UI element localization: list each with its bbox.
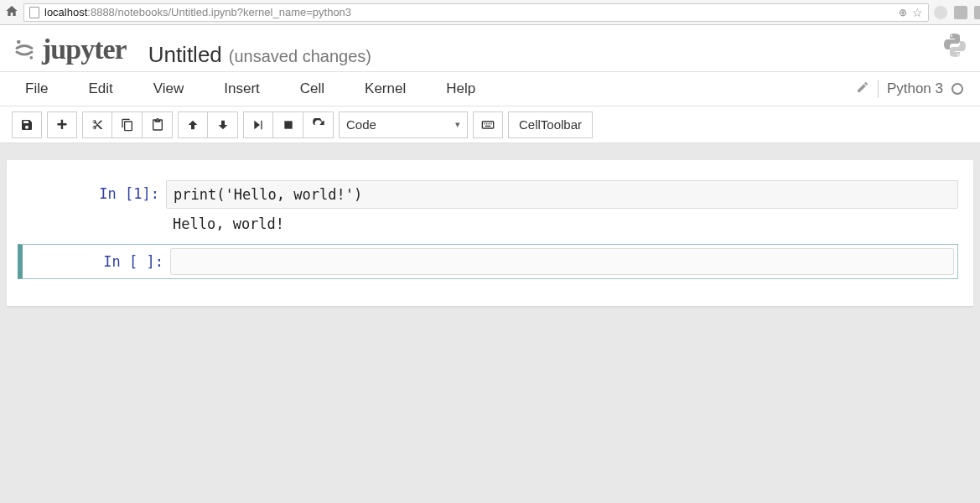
input-prompt: In [ ]:: [26, 248, 170, 275]
output-prompt: [22, 212, 166, 236]
notebook-header: jupyter Untitled (unsaved changes): [0, 25, 980, 71]
bookmark-star-icon[interactable]: ☆: [912, 6, 923, 19]
paste-button[interactable]: [143, 111, 173, 138]
browser-bar: localhost:8888/notebooks/Untitled.ipynb?…: [0, 0, 980, 25]
interrupt-button[interactable]: [273, 111, 303, 138]
edit-mode-icon[interactable]: [856, 80, 869, 97]
celltype-value: Code: [346, 117, 376, 132]
code-cell[interactable]: In [1]: print('Hello, world!'): [22, 180, 958, 209]
move-down-button[interactable]: [208, 111, 238, 138]
cut-button[interactable]: [82, 111, 112, 138]
ext-icon-3[interactable]: [974, 6, 980, 19]
menu-kernel[interactable]: Kernel: [356, 77, 414, 101]
svg-rect-8: [485, 125, 491, 126]
browser-extensions: ⋮: [934, 4, 980, 20]
cell-output: Hello, world!: [166, 212, 958, 236]
ext-icon-1[interactable]: [934, 6, 947, 19]
notebook-title[interactable]: Untitled: [148, 42, 222, 68]
svg-rect-5: [486, 123, 487, 124]
add-cell-button[interactable]: +: [47, 111, 77, 138]
input-prompt: In [1]:: [22, 180, 166, 209]
restart-button[interactable]: [303, 111, 334, 138]
scissors-icon: [91, 118, 104, 132]
ext-icon-2[interactable]: [954, 6, 967, 19]
page-icon: [29, 7, 39, 18]
kernel-name[interactable]: Python 3: [887, 80, 943, 97]
url-bar[interactable]: localhost:8888/notebooks/Untitled.ipynb?…: [23, 3, 929, 22]
code-input[interactable]: print('Hello, world!'): [166, 180, 958, 209]
move-up-button[interactable]: [178, 111, 208, 138]
copy-icon: [121, 118, 134, 132]
menu-edit[interactable]: Edit: [80, 77, 121, 101]
kernel-status-icon: [951, 83, 963, 95]
save-button[interactable]: [12, 111, 42, 138]
celltype-select[interactable]: Code: [339, 111, 468, 138]
keyboard-icon: [481, 118, 495, 132]
run-button[interactable]: [243, 111, 273, 138]
jupyter-logo[interactable]: jupyter: [12, 34, 127, 65]
svg-rect-6: [489, 123, 490, 124]
refresh-icon: [312, 118, 325, 132]
svg-rect-4: [484, 123, 485, 124]
url-text: localhost:8888/notebooks/Untitled.ipynb?…: [44, 6, 894, 18]
code-input[interactable]: [170, 248, 954, 275]
toolbar: +: [0, 106, 980, 143]
notebook-container: In [1]: print('Hello, world!') Hello, wo…: [7, 160, 973, 306]
menu-file[interactable]: File: [17, 77, 56, 101]
jupyter-app: jupyter Untitled (unsaved changes) File …: [0, 25, 980, 143]
home-icon[interactable]: [5, 4, 18, 21]
code-cell[interactable]: In [ ]:: [18, 244, 958, 279]
separator: [878, 80, 879, 98]
command-palette-button[interactable]: [473, 111, 503, 138]
celltoolbar-button[interactable]: CellToolbar: [508, 111, 593, 138]
menu-help[interactable]: Help: [438, 77, 484, 101]
svg-point-1: [29, 56, 33, 60]
menubar: File Edit View Insert Cell Kernel Help P…: [0, 71, 980, 106]
jupyter-symbol-icon: [12, 37, 37, 62]
svg-point-0: [17, 40, 21, 44]
save-status: (unsaved changes): [229, 47, 371, 66]
floppy-icon: [20, 118, 34, 132]
menu-cell[interactable]: Cell: [292, 77, 333, 101]
svg-rect-3: [482, 122, 493, 128]
menu-view[interactable]: View: [145, 77, 193, 101]
output-row: Hello, world!: [22, 212, 958, 236]
arrow-up-icon: [186, 118, 200, 132]
svg-rect-7: [490, 123, 491, 124]
copy-button[interactable]: [112, 111, 143, 138]
menu-insert[interactable]: Insert: [215, 77, 268, 101]
paste-icon: [151, 118, 164, 132]
step-forward-icon: [251, 118, 265, 132]
zoom-icon[interactable]: ⊕: [899, 7, 907, 18]
stop-icon: [282, 118, 295, 132]
python-logo-icon: [941, 32, 968, 59]
arrow-down-icon: [216, 118, 230, 132]
svg-rect-2: [284, 121, 292, 128]
